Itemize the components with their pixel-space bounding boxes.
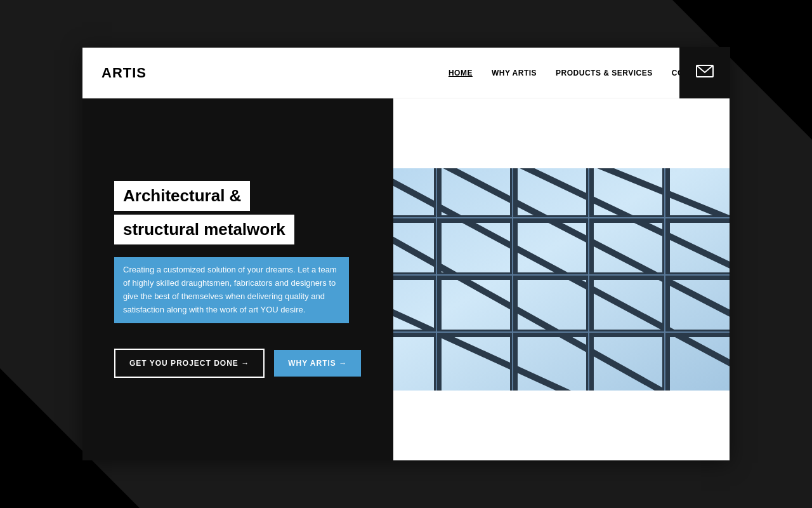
site-logo[interactable]: ARTIS bbox=[102, 65, 147, 81]
nav-link-products[interactable]: PRODUCTS & SERVICES bbox=[556, 69, 653, 77]
nav-links: HOME WHY ARTIS PRODUCTS & SERVICES CONTA… bbox=[449, 69, 710, 77]
hero-description: Creating a customized solution of your d… bbox=[114, 257, 349, 323]
cta-secondary-button[interactable]: WHY ARTIS → bbox=[274, 350, 361, 377]
hero-left-panel: Architectural & structural metalwork Cre… bbox=[82, 98, 393, 460]
nav-link-why-artis[interactable]: WHY ARTIS bbox=[492, 69, 537, 77]
cta-primary-button[interactable]: GET YOU PROJECT DONE → bbox=[114, 349, 265, 378]
hero-buttons: GET YOU PROJECT DONE → WHY ARTIS → bbox=[114, 349, 362, 378]
hero-section: Architectural & structural metalwork Cre… bbox=[82, 98, 730, 460]
mail-button[interactable] bbox=[679, 47, 730, 99]
hero-title-line2: structural metalwork bbox=[114, 215, 294, 244]
main-window: ARTIS HOME WHY ARTIS PRODUCTS & SERVICES… bbox=[82, 48, 730, 460]
hero-title-line1: Architectural & bbox=[114, 181, 250, 211]
steel-structure-image bbox=[393, 168, 730, 391]
mail-icon bbox=[696, 65, 714, 81]
navbar: ARTIS HOME WHY ARTIS PRODUCTS & SERVICES… bbox=[82, 48, 730, 98]
nav-link-home[interactable]: HOME bbox=[449, 69, 473, 77]
hero-right-panel bbox=[393, 98, 730, 460]
